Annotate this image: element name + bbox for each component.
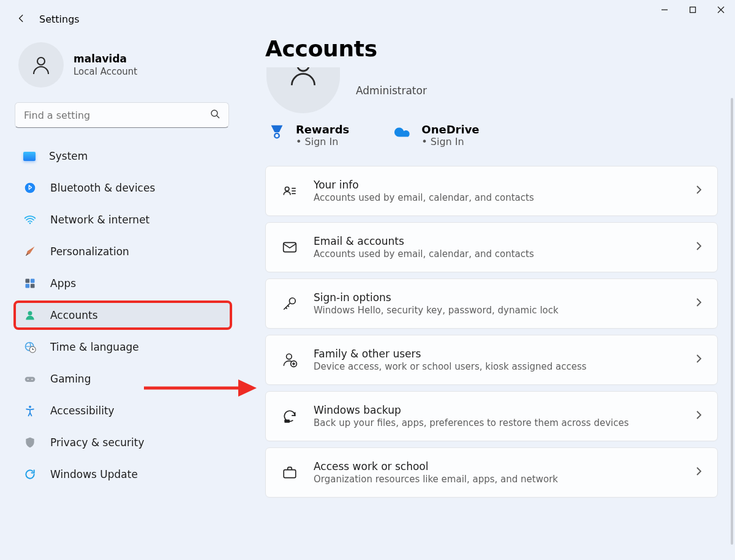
sidebar-item-label: Network & internet xyxy=(50,214,149,226)
sidebar-item-accessibility[interactable]: Accessibility xyxy=(15,397,231,424)
tile-onedrive[interactable]: OneDrive Sign In xyxy=(393,123,479,147)
card-title: Family & other users xyxy=(314,348,694,360)
backup-icon xyxy=(281,407,299,425)
search-input[interactable] xyxy=(24,110,210,121)
card-sub: Back up your files, apps, preferences to… xyxy=(314,417,694,428)
card-email-accounts[interactable]: Email & accountsAccounts used by email, … xyxy=(265,222,718,272)
svg-point-6 xyxy=(29,223,31,225)
card-title: Your info xyxy=(314,179,694,191)
sidebar-item-accounts[interactable]: Accounts xyxy=(15,302,231,329)
sidebar-item-label: Apps xyxy=(50,277,76,289)
tile-title: OneDrive xyxy=(421,123,479,136)
sidebar-item-time[interactable]: Time & language xyxy=(15,334,231,360)
svg-point-18 xyxy=(298,67,309,71)
tile-title: Rewards xyxy=(296,123,349,136)
svg-point-26 xyxy=(287,354,292,359)
svg-point-25 xyxy=(289,298,295,304)
sidebar-item-system[interactable]: System xyxy=(15,143,231,170)
sidebar-item-label: System xyxy=(49,150,88,162)
sidebar-item-network[interactable]: Network & internet xyxy=(15,206,231,233)
person-icon xyxy=(23,308,37,322)
svg-point-5 xyxy=(25,183,36,193)
paintbrush-icon xyxy=(23,245,37,258)
page-title: Accounts xyxy=(265,36,718,61)
maximize-button[interactable] xyxy=(679,0,707,20)
account-role: Administrator xyxy=(356,84,427,97)
shield-icon xyxy=(23,436,37,449)
chevron-right-icon xyxy=(694,185,704,197)
sidebar-item-label: Bluetooth & devices xyxy=(50,182,155,194)
svg-rect-7 xyxy=(26,279,30,283)
card-sub: Accounts used by email, calendar, and co… xyxy=(314,248,694,259)
key-icon xyxy=(281,294,299,313)
account-avatar-large xyxy=(266,67,340,113)
tile-sub: Sign In xyxy=(421,136,479,147)
sidebar-item-label: Accessibility xyxy=(50,405,115,417)
update-icon xyxy=(23,468,37,481)
svg-point-2 xyxy=(37,58,45,65)
svg-rect-8 xyxy=(31,279,35,283)
sidebar-item-apps[interactable]: Apps xyxy=(15,270,231,297)
gaming-icon xyxy=(23,372,37,386)
sidebar-item-label: Windows Update xyxy=(50,468,138,480)
svg-rect-14 xyxy=(25,377,36,382)
chevron-right-icon xyxy=(694,297,704,310)
svg-rect-10 xyxy=(31,284,35,288)
globe-clock-icon xyxy=(23,340,37,354)
sidebar-item-privacy[interactable]: Privacy & security xyxy=(15,429,231,456)
card-title: Access work or school xyxy=(314,460,694,472)
close-button[interactable] xyxy=(707,0,735,20)
sidebar-item-label: Gaming xyxy=(50,373,91,385)
person-add-icon xyxy=(281,351,299,369)
card-title: Sign-in options xyxy=(314,291,694,304)
window-controls xyxy=(650,0,735,20)
chevron-right-icon xyxy=(694,410,704,422)
user-name: malavida xyxy=(74,53,137,65)
tile-rewards[interactable]: Rewards Sign In xyxy=(268,123,349,147)
sidebar-item-gaming[interactable]: Gaming xyxy=(15,365,231,392)
card-your-info[interactable]: Your infoAccounts used by email, calenda… xyxy=(265,166,718,216)
mail-icon xyxy=(281,238,299,256)
card-sub: Windows Hello, security key, password, d… xyxy=(314,305,694,316)
card-sub: Device access, work or school users, kio… xyxy=(314,361,694,372)
svg-point-11 xyxy=(28,311,32,315)
current-user[interactable]: malavida Local Account xyxy=(18,42,231,88)
card-work-school[interactable]: Access work or schoolOrganization resour… xyxy=(265,447,718,498)
svg-point-17 xyxy=(29,406,31,408)
sidebar-item-bluetooth[interactable]: Bluetooth & devices xyxy=(15,174,231,201)
svg-rect-31 xyxy=(284,470,296,478)
accessibility-icon xyxy=(23,404,37,417)
svg-point-15 xyxy=(28,379,29,380)
sidebar-item-label: Privacy & security xyxy=(50,436,145,449)
card-windows-backup[interactable]: Windows backupBack up your files, apps, … xyxy=(265,391,718,441)
monitor-icon xyxy=(23,152,36,161)
chevron-right-icon xyxy=(694,466,704,479)
cloud-icon xyxy=(393,123,412,141)
avatar-icon xyxy=(18,42,64,88)
card-family-other-users[interactable]: Family & other usersDevice access, work … xyxy=(265,335,718,385)
tile-sub: Sign In xyxy=(296,136,349,147)
svg-point-20 xyxy=(285,187,289,192)
user-type: Local Account xyxy=(74,66,137,77)
card-sub: Organization resources like email, apps,… xyxy=(314,474,694,485)
rewards-icon xyxy=(268,123,286,141)
scrollbar[interactable] xyxy=(731,98,733,545)
card-title: Windows backup xyxy=(314,404,694,416)
svg-line-4 xyxy=(217,116,219,118)
sidebar-item-label: Time & language xyxy=(50,341,139,353)
page-breadcrumb: Settings xyxy=(39,13,80,25)
sidebar-item-label: Accounts xyxy=(50,309,98,321)
id-card-icon xyxy=(281,182,299,200)
back-button[interactable] xyxy=(17,13,26,25)
sidebar-item-personalization[interactable]: Personalization xyxy=(15,238,231,265)
minimize-button[interactable] xyxy=(650,0,679,20)
chevron-right-icon xyxy=(694,241,704,253)
bluetooth-icon xyxy=(23,181,37,195)
card-title: Email & accounts xyxy=(314,235,694,247)
card-signin-options[interactable]: Sign-in optionsWindows Hello, security k… xyxy=(265,278,718,329)
svg-rect-30 xyxy=(284,419,290,422)
sidebar-item-update[interactable]: Windows Update xyxy=(15,461,231,488)
wifi-icon xyxy=(23,213,37,226)
card-sub: Accounts used by email, calendar, and co… xyxy=(314,192,694,203)
search-box[interactable] xyxy=(15,102,229,128)
